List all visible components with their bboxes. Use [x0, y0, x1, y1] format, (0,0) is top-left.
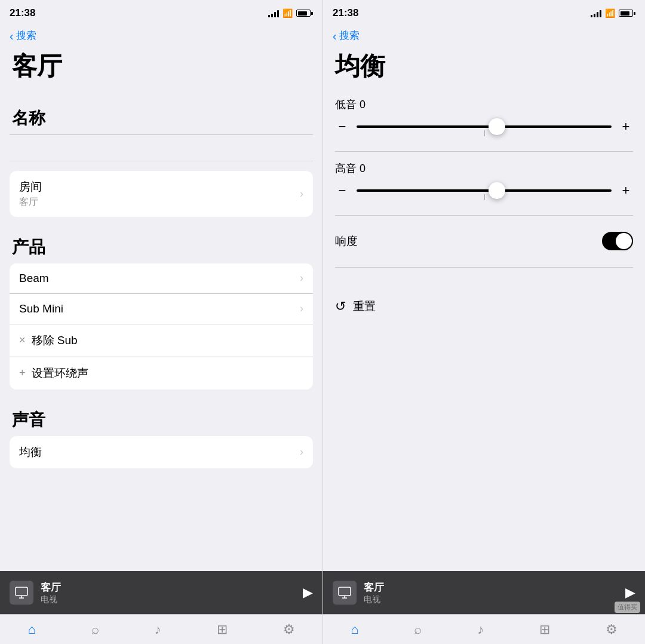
bass-slider-thumb[interactable] — [489, 118, 505, 135]
right-tab-rooms[interactable]: ⊞ — [539, 622, 550, 637]
tab-settings[interactable]: ⚙ — [283, 622, 295, 637]
right-player-info: 客厅 电视 — [364, 581, 618, 605]
right-tab-bar: ⌂ ⌕ ♪ ⊞ ⚙ — [323, 614, 645, 644]
right-search-icon: ⌕ — [414, 622, 422, 637]
right-status-bar: 21:38 📶 — [323, 0, 645, 26]
left-player-info: 客厅 电视 — [41, 581, 296, 605]
loudness-label: 响度 — [335, 234, 358, 249]
treble-section: 高音 0 − + — [323, 161, 645, 206]
tab-browse[interactable]: ♪ — [155, 622, 161, 637]
right-scroll-content: 低音 0 − + 高音 0 − + — [323, 93, 645, 644]
treble-slider-row: − + — [335, 183, 633, 198]
left-back-label: 搜索 — [16, 29, 36, 42]
section-header-name: 名称 — [0, 93, 322, 134]
right-player-icon — [333, 581, 357, 605]
bass-divider — [335, 151, 633, 152]
search-icon: ⌕ — [91, 622, 99, 637]
tab-home[interactable]: ⌂ — [27, 622, 35, 637]
remove-sub-row[interactable]: × 移除 Sub — [10, 324, 313, 357]
room-row[interactable]: 房间 客厅 › — [10, 171, 313, 217]
sub-mini-row[interactable]: Sub Mini › — [10, 294, 313, 324]
svg-rect-0 — [16, 587, 27, 596]
treble-slider-tick — [484, 194, 485, 200]
tab-search[interactable]: ⌕ — [91, 622, 99, 637]
left-status-bar: 21:38 📶 — [0, 0, 322, 26]
beam-label: Beam — [19, 272, 49, 285]
right-player-play-button[interactable]: ▶ — [625, 585, 635, 600]
right-player-bar[interactable]: 客厅 电视 ▶ — [323, 571, 645, 614]
right-tab-home[interactable]: ⌂ — [351, 622, 358, 637]
right-page-title: 均衡 — [323, 47, 645, 93]
right-tab-search[interactable]: ⌕ — [414, 622, 422, 637]
room-label: 房间 — [19, 179, 42, 195]
room-section: 房间 客厅 › — [10, 171, 313, 217]
remove-sub-label: 移除 Sub — [32, 333, 78, 348]
right-browse-icon: ♪ — [477, 622, 484, 637]
left-status-icons: 📶 — [268, 8, 313, 18]
right-tv-icon — [337, 585, 352, 600]
left-nav-bar: ‹ 搜索 — [0, 26, 322, 47]
right-nav-bar: ‹ 搜索 — [323, 26, 645, 47]
right-tab-browse[interactable]: ♪ — [477, 622, 484, 637]
room-value: 客厅 — [19, 196, 42, 208]
settings-icon: ⚙ — [283, 622, 295, 637]
right-panel: 21:38 📶 ‹ 搜索 均衡 低音 0 — [322, 0, 645, 644]
bass-section: 低音 0 − + — [323, 97, 645, 142]
left-panel: 21:38 📶 ‹ 搜索 客厅 名称 — [0, 0, 322, 644]
loudness-row: 响度 — [323, 225, 645, 257]
right-rooms-icon: ⊞ — [539, 622, 550, 637]
treble-plus-button[interactable]: + — [619, 183, 633, 198]
left-page-title: 客厅 — [0, 47, 322, 93]
left-status-time: 21:38 — [10, 7, 35, 19]
section-header-sound: 声音 — [0, 394, 322, 436]
right-status-icons: 📶 — [591, 8, 635, 18]
right-tab-settings[interactable]: ⚙ — [606, 622, 618, 637]
reset-row[interactable]: ↺ 重置 — [323, 289, 645, 324]
bass-minus-button[interactable]: − — [335, 119, 349, 134]
room-row-left: 房间 客厅 — [19, 179, 42, 208]
bass-slider-tick — [484, 130, 485, 136]
eq-row[interactable]: 均衡 › — [10, 436, 313, 468]
right-back-chevron-icon: ‹ — [333, 30, 337, 42]
left-player-bar[interactable]: 客厅 电视 ▶ — [0, 571, 322, 614]
right-wifi-icon: 📶 — [605, 8, 615, 18]
bass-label: 低音 0 — [335, 97, 633, 112]
tv-icon — [14, 585, 29, 600]
right-player-room: 客厅 — [364, 581, 618, 594]
bass-slider-track[interactable] — [357, 125, 612, 128]
toggle-knob — [616, 233, 632, 249]
sub-mini-label: Sub Mini — [19, 302, 63, 315]
section-header-products: 产品 — [0, 222, 322, 263]
bass-plus-button[interactable]: + — [619, 119, 633, 134]
right-player-source: 电视 — [364, 594, 618, 605]
loudness-divider — [335, 267, 633, 268]
surround-icon: + — [19, 367, 26, 379]
left-player-play-button[interactable]: ▶ — [303, 585, 313, 600]
loudness-toggle[interactable] — [602, 232, 633, 250]
eq-label: 均衡 — [19, 444, 42, 460]
right-back-button[interactable]: ‹ 搜索 — [333, 29, 360, 42]
browse-icon: ♪ — [155, 622, 161, 637]
remove-sub-icon: × — [19, 334, 26, 346]
treble-divider — [335, 215, 633, 216]
tab-rooms[interactable]: ⊞ — [217, 622, 228, 637]
products-section: Beam › Sub Mini › × 移除 Sub + 设置环绕声 — [10, 263, 313, 390]
wifi-icon: 📶 — [282, 8, 293, 18]
sound-section: 均衡 › — [10, 436, 313, 468]
surround-row[interactable]: + 设置环绕声 — [10, 357, 313, 390]
right-home-icon: ⌂ — [351, 622, 358, 637]
beam-row[interactable]: Beam › — [10, 263, 313, 294]
treble-minus-button[interactable]: − — [335, 183, 349, 198]
right-back-label: 搜索 — [339, 29, 360, 42]
treble-slider-thumb[interactable] — [489, 182, 505, 199]
left-tab-bar: ⌂ ⌕ ♪ ⊞ ⚙ — [0, 614, 322, 644]
left-scroll-content: 名称 房间 客厅 › 产品 Beam › Sub Mini › — [0, 93, 322, 644]
room-chevron-icon: › — [300, 188, 303, 200]
left-player-room: 客厅 — [41, 581, 296, 594]
reset-label: 重置 — [353, 299, 376, 314]
bass-slider-row: − + — [335, 119, 633, 134]
left-back-button[interactable]: ‹ 搜索 — [10, 29, 36, 42]
reset-icon: ↺ — [335, 299, 346, 314]
sub-mini-chevron-icon: › — [300, 302, 303, 315]
treble-slider-track[interactable] — [357, 189, 612, 192]
